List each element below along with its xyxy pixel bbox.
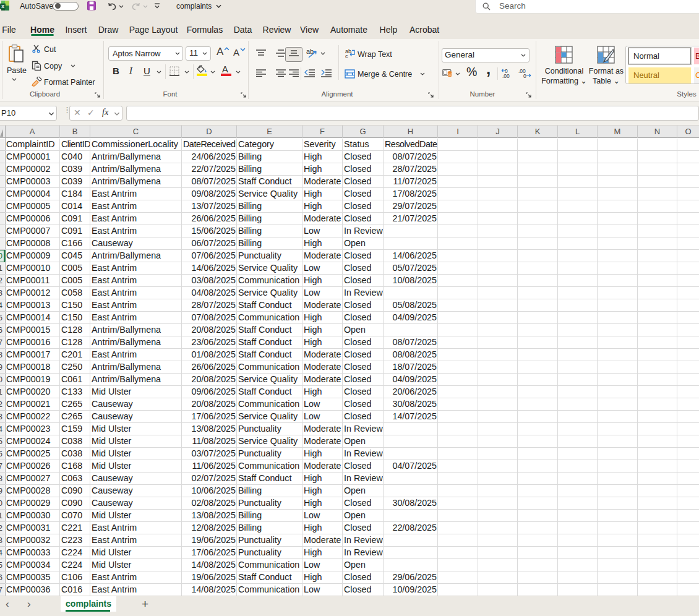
svg-text:0: 0	[523, 73, 526, 79]
svg-text:.00: .00	[502, 73, 510, 79]
svg-text:c: c	[345, 53, 348, 58]
svg-text:x: x	[1, 3, 4, 9]
